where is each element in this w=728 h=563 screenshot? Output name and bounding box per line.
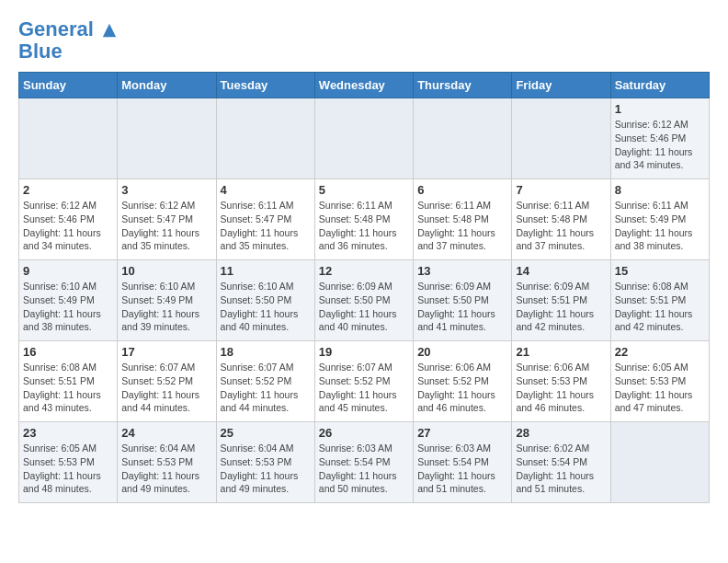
svg-marker-0 — [103, 24, 116, 37]
day-number: 13 — [417, 264, 507, 278]
day-info: Sunrise: 6:11 AM Sunset: 5:47 PM Dayligh… — [221, 199, 311, 253]
day-number: 4 — [221, 183, 311, 197]
day-info: Sunrise: 6:05 AM Sunset: 5:53 PM Dayligh… — [23, 442, 113, 496]
day-info: Sunrise: 6:12 AM Sunset: 5:46 PM Dayligh… — [615, 118, 705, 172]
calendar-day-cell: 26Sunrise: 6:03 AM Sunset: 5:54 PM Dayli… — [314, 422, 413, 503]
day-info: Sunrise: 6:06 AM Sunset: 5:52 PM Dayligh… — [417, 361, 507, 415]
day-number: 10 — [121, 264, 211, 278]
calendar-day-cell: 22Sunrise: 6:05 AM Sunset: 5:53 PM Dayli… — [610, 341, 709, 422]
calendar-table: SundayMondayTuesdayWednesdayThursdayFrid… — [18, 72, 710, 503]
day-number: 15 — [615, 264, 705, 278]
day-number: 22 — [615, 345, 705, 359]
calendar-day-cell: 7Sunrise: 6:11 AM Sunset: 5:48 PM Daylig… — [512, 179, 610, 260]
day-info: Sunrise: 6:03 AM Sunset: 5:54 PM Dayligh… — [319, 442, 409, 496]
calendar-day-cell: 13Sunrise: 6:09 AM Sunset: 5:50 PM Dayli… — [414, 260, 512, 341]
day-info: Sunrise: 6:04 AM Sunset: 5:53 PM Dayligh… — [121, 442, 211, 496]
day-info: Sunrise: 6:10 AM Sunset: 5:49 PM Dayligh… — [23, 280, 113, 334]
day-number: 23 — [23, 426, 113, 440]
calendar-day-cell: 23Sunrise: 6:05 AM Sunset: 5:53 PM Dayli… — [19, 422, 118, 503]
day-info: Sunrise: 6:10 AM Sunset: 5:50 PM Dayligh… — [221, 280, 311, 334]
page-header: General Blue — [18, 18, 710, 63]
day-number: 12 — [319, 264, 409, 278]
day-number: 1 — [615, 102, 705, 116]
logo-text2: Blue — [18, 40, 118, 63]
day-info: Sunrise: 6:03 AM Sunset: 5:54 PM Dayligh… — [417, 442, 507, 496]
calendar-day-cell: 18Sunrise: 6:07 AM Sunset: 5:52 PM Dayli… — [216, 341, 314, 422]
day-info: Sunrise: 6:12 AM Sunset: 5:47 PM Dayligh… — [121, 199, 211, 253]
day-info: Sunrise: 6:07 AM Sunset: 5:52 PM Dayligh… — [221, 361, 311, 415]
calendar-day-cell: 2Sunrise: 6:12 AM Sunset: 5:46 PM Daylig… — [19, 179, 118, 260]
day-number: 6 — [417, 183, 507, 197]
calendar-week-row: 16Sunrise: 6:08 AM Sunset: 5:51 PM Dayli… — [19, 341, 710, 422]
logo: General Blue — [18, 18, 118, 63]
calendar-day-cell — [314, 98, 413, 179]
day-info: Sunrise: 6:11 AM Sunset: 5:49 PM Dayligh… — [615, 199, 705, 253]
day-number: 5 — [319, 183, 409, 197]
calendar-day-cell: 3Sunrise: 6:12 AM Sunset: 5:47 PM Daylig… — [118, 179, 216, 260]
day-number: 26 — [319, 426, 409, 440]
day-of-week-header: Saturday — [610, 73, 709, 98]
day-info: Sunrise: 6:08 AM Sunset: 5:51 PM Dayligh… — [615, 280, 705, 334]
calendar-day-cell: 1Sunrise: 6:12 AM Sunset: 5:46 PM Daylig… — [610, 98, 709, 179]
calendar-day-cell: 11Sunrise: 6:10 AM Sunset: 5:50 PM Dayli… — [216, 260, 314, 341]
day-number: 9 — [23, 264, 113, 278]
calendar-week-row: 9Sunrise: 6:10 AM Sunset: 5:49 PM Daylig… — [19, 260, 710, 341]
day-number: 21 — [516, 345, 606, 359]
day-info: Sunrise: 6:10 AM Sunset: 5:49 PM Dayligh… — [121, 280, 211, 334]
day-info: Sunrise: 6:08 AM Sunset: 5:51 PM Dayligh… — [23, 361, 113, 415]
calendar-day-cell: 6Sunrise: 6:11 AM Sunset: 5:48 PM Daylig… — [414, 179, 512, 260]
day-info: Sunrise: 6:11 AM Sunset: 5:48 PM Dayligh… — [417, 199, 507, 253]
calendar-day-cell: 15Sunrise: 6:08 AM Sunset: 5:51 PM Dayli… — [610, 260, 709, 341]
calendar-day-cell: 17Sunrise: 6:07 AM Sunset: 5:52 PM Dayli… — [118, 341, 216, 422]
day-number: 8 — [615, 183, 705, 197]
day-number: 28 — [516, 426, 606, 440]
day-number: 11 — [221, 264, 311, 278]
day-of-week-header: Monday — [118, 73, 216, 98]
calendar-day-cell: 14Sunrise: 6:09 AM Sunset: 5:51 PM Dayli… — [512, 260, 610, 341]
calendar-day-cell: 28Sunrise: 6:02 AM Sunset: 5:54 PM Dayli… — [512, 422, 610, 503]
calendar-day-cell: 8Sunrise: 6:11 AM Sunset: 5:49 PM Daylig… — [610, 179, 709, 260]
calendar-day-cell — [19, 98, 118, 179]
day-info: Sunrise: 6:09 AM Sunset: 5:50 PM Dayligh… — [319, 280, 409, 334]
day-number: 24 — [121, 426, 211, 440]
calendar-day-cell: 5Sunrise: 6:11 AM Sunset: 5:48 PM Daylig… — [314, 179, 413, 260]
day-of-week-header: Sunday — [19, 73, 118, 98]
day-number: 17 — [121, 345, 211, 359]
day-number: 2 — [23, 183, 113, 197]
calendar-header-row: SundayMondayTuesdayWednesdayThursdayFrid… — [19, 73, 710, 98]
day-number: 14 — [516, 264, 606, 278]
calendar-day-cell: 21Sunrise: 6:06 AM Sunset: 5:53 PM Dayli… — [512, 341, 610, 422]
calendar-day-cell: 16Sunrise: 6:08 AM Sunset: 5:51 PM Dayli… — [19, 341, 118, 422]
calendar-day-cell: 27Sunrise: 6:03 AM Sunset: 5:54 PM Dayli… — [414, 422, 512, 503]
calendar-day-cell: 12Sunrise: 6:09 AM Sunset: 5:50 PM Dayli… — [314, 260, 413, 341]
day-of-week-header: Wednesday — [314, 73, 413, 98]
day-of-week-header: Tuesday — [216, 73, 314, 98]
day-of-week-header: Friday — [512, 73, 610, 98]
calendar-week-row: 23Sunrise: 6:05 AM Sunset: 5:53 PM Dayli… — [19, 422, 710, 503]
day-number: 25 — [221, 426, 311, 440]
calendar-day-cell — [414, 98, 512, 179]
calendar-day-cell: 4Sunrise: 6:11 AM Sunset: 5:47 PM Daylig… — [216, 179, 314, 260]
calendar-week-row: 1Sunrise: 6:12 AM Sunset: 5:46 PM Daylig… — [19, 98, 710, 179]
day-number: 18 — [221, 345, 311, 359]
day-info: Sunrise: 6:09 AM Sunset: 5:50 PM Dayligh… — [417, 280, 507, 334]
calendar-day-cell: 10Sunrise: 6:10 AM Sunset: 5:49 PM Dayli… — [118, 260, 216, 341]
day-info: Sunrise: 6:04 AM Sunset: 5:53 PM Dayligh… — [221, 442, 311, 496]
calendar-day-cell: 19Sunrise: 6:07 AM Sunset: 5:52 PM Dayli… — [314, 341, 413, 422]
day-number: 20 — [417, 345, 507, 359]
calendar-day-cell — [512, 98, 610, 179]
day-info: Sunrise: 6:02 AM Sunset: 5:54 PM Dayligh… — [516, 442, 606, 496]
day-info: Sunrise: 6:07 AM Sunset: 5:52 PM Dayligh… — [121, 361, 211, 415]
day-info: Sunrise: 6:07 AM Sunset: 5:52 PM Dayligh… — [319, 361, 409, 415]
day-info: Sunrise: 6:11 AM Sunset: 5:48 PM Dayligh… — [516, 199, 606, 253]
calendar-day-cell — [118, 98, 216, 179]
calendar-day-cell: 9Sunrise: 6:10 AM Sunset: 5:49 PM Daylig… — [19, 260, 118, 341]
day-info: Sunrise: 6:09 AM Sunset: 5:51 PM Dayligh… — [516, 280, 606, 334]
calendar-day-cell: 25Sunrise: 6:04 AM Sunset: 5:53 PM Dayli… — [216, 422, 314, 503]
calendar-day-cell: 24Sunrise: 6:04 AM Sunset: 5:53 PM Dayli… — [118, 422, 216, 503]
day-number: 16 — [23, 345, 113, 359]
day-info: Sunrise: 6:06 AM Sunset: 5:53 PM Dayligh… — [516, 361, 606, 415]
calendar-day-cell — [610, 422, 709, 503]
day-info: Sunrise: 6:12 AM Sunset: 5:46 PM Dayligh… — [23, 199, 113, 253]
calendar-week-row: 2Sunrise: 6:12 AM Sunset: 5:46 PM Daylig… — [19, 179, 710, 260]
